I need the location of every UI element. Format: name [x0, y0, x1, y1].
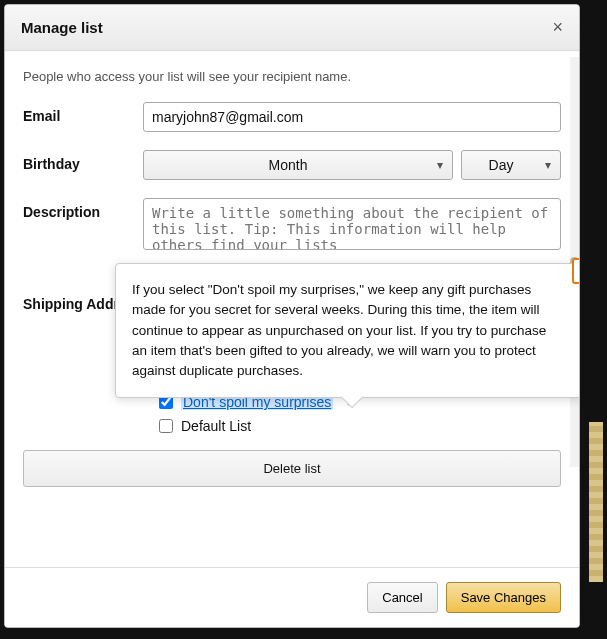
background-decoration [589, 422, 603, 582]
email-label: Email [23, 102, 143, 124]
birthday-day-select[interactable]: Day [461, 150, 561, 180]
modal-footer: Cancel Save Changes [5, 567, 579, 627]
email-field[interactable] [143, 102, 561, 132]
popover-text: If you select "Don't spoil my surprises,… [132, 282, 546, 378]
modal-header: Manage list × [5, 5, 579, 51]
birthday-month-select[interactable]: Month [143, 150, 453, 180]
birthday-label: Birthday [23, 150, 143, 172]
description-field[interactable] [143, 198, 561, 250]
dont-spoil-popover: If you select "Don't spoil my surprises,… [115, 263, 580, 398]
default-list-label: Default List [181, 418, 251, 434]
delete-list-button[interactable]: Delete list [23, 450, 561, 487]
description-label: Description [23, 198, 143, 220]
popover-close-button[interactable]: × [572, 258, 580, 284]
save-button[interactable]: Save Changes [446, 582, 561, 613]
manage-list-modal: Manage list × People who access your lis… [4, 4, 580, 628]
default-list-checkbox[interactable] [159, 419, 173, 433]
cancel-button[interactable]: Cancel [367, 582, 437, 613]
close-icon[interactable]: × [552, 17, 563, 38]
recipient-hint: People who access your list will see you… [23, 69, 561, 84]
modal-title: Manage list [21, 19, 103, 36]
